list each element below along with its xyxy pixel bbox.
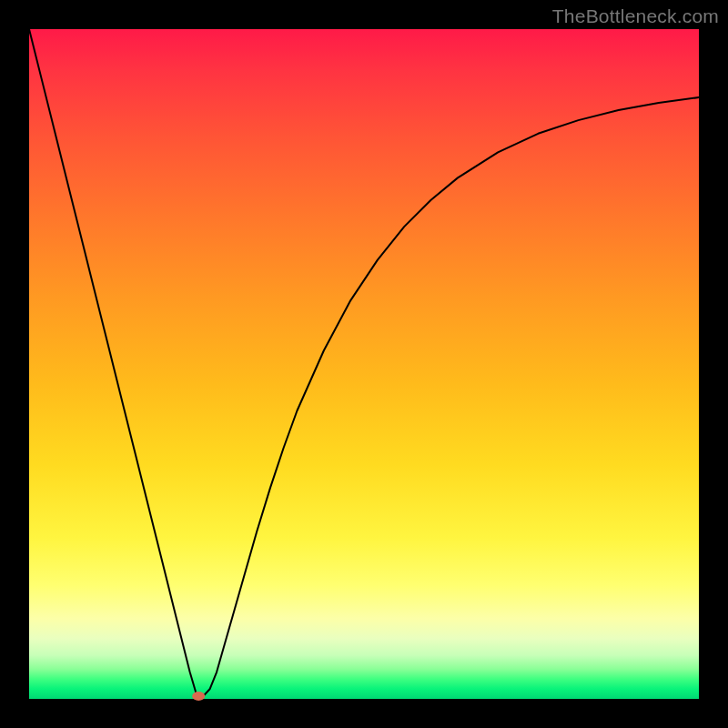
chart-container: TheBottleneck.com [0, 0, 728, 728]
optimal-marker [192, 692, 205, 701]
bottleneck-curve [29, 29, 699, 696]
plot-area [29, 29, 699, 699]
watermark: TheBottleneck.com [552, 5, 719, 27]
curve-layer [29, 29, 699, 699]
